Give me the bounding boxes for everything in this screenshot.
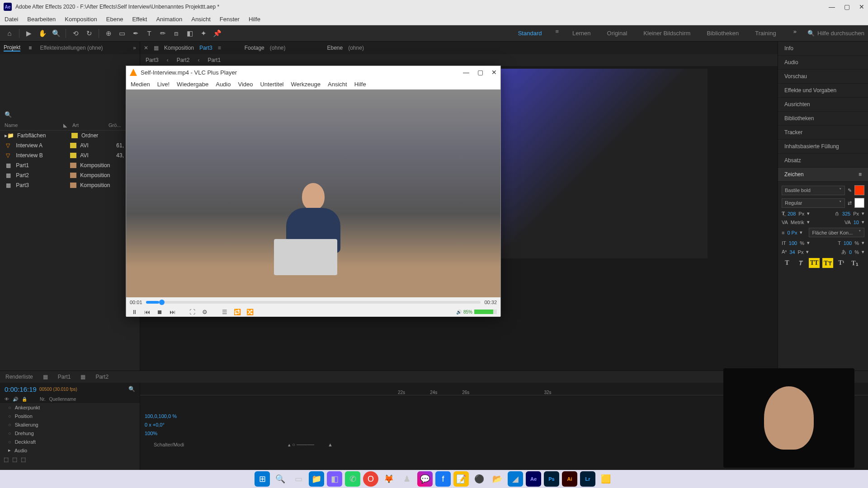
firefox-icon[interactable]: 🦊 bbox=[381, 471, 396, 487]
tracking[interactable]: 10 bbox=[854, 220, 859, 225]
hand-tool-icon[interactable]: ✋ bbox=[37, 28, 48, 39]
workspace-original[interactable]: Original bbox=[604, 28, 630, 38]
workspace-kleiner[interactable]: Kleiner Bildschirm bbox=[641, 28, 693, 38]
panel-inhaltsfuellung[interactable]: Inhaltsbasierte Füllung bbox=[778, 140, 868, 154]
vlc-fullscreen-button[interactable]: ⛶ bbox=[188, 309, 197, 315]
vlc-volume-slider[interactable] bbox=[474, 310, 497, 314]
project-item-part3[interactable]: ▦Part3Komposition bbox=[0, 180, 140, 190]
toggle-icon[interactable]: ⬚ bbox=[4, 456, 9, 463]
header-name[interactable]: Name bbox=[5, 122, 63, 128]
app-icon[interactable]: ◢ bbox=[508, 471, 523, 487]
panel-absatz[interactable]: Absatz bbox=[778, 154, 868, 168]
smallcaps-button[interactable]: Tᴛ bbox=[822, 258, 833, 268]
panel-zeichen[interactable]: Zeichen≡ bbox=[778, 168, 868, 182]
switches-label[interactable]: Schalter/Modi bbox=[154, 442, 184, 447]
leading[interactable]: 325 bbox=[842, 211, 850, 216]
photoshop-icon[interactable]: Ps bbox=[544, 471, 559, 487]
folder-icon[interactable]: 📂 bbox=[490, 471, 505, 487]
panel-tracker[interactable]: Tracker bbox=[778, 126, 868, 140]
vlc-menu-audio[interactable]: Audio bbox=[216, 81, 231, 88]
menu-icon[interactable]: ≡ bbox=[555, 28, 559, 38]
tab-part2[interactable]: Part2 bbox=[95, 374, 108, 380]
vlc-settings-button[interactable]: ⚙ bbox=[200, 309, 209, 315]
toggle-icon[interactable]: ⬚ bbox=[12, 456, 17, 463]
layer-skalierung[interactable]: ○Skalierung bbox=[0, 420, 140, 429]
taskview-button[interactable]: ▭ bbox=[291, 471, 306, 487]
vlc-stop-button[interactable]: ⏹ bbox=[155, 309, 164, 315]
bc-part1[interactable]: Part1 bbox=[208, 57, 221, 63]
start-button[interactable]: ⊞ bbox=[255, 471, 270, 487]
illustrator-icon[interactable]: Ai bbox=[562, 471, 577, 487]
vlc-menu-werkzeuge[interactable]: Werkzeuge bbox=[291, 81, 321, 88]
project-item-interview-a[interactable]: ▽Interview AAVI61, bbox=[0, 141, 140, 150]
bc-part3[interactable]: Part3 bbox=[146, 57, 159, 63]
panel-bibliotheken[interactable]: Bibliotheken bbox=[778, 112, 868, 126]
messenger-icon[interactable]: 💬 bbox=[417, 471, 433, 487]
text-tool-icon[interactable]: T bbox=[143, 28, 155, 39]
app-icon[interactable]: ♟ bbox=[399, 471, 415, 487]
zoom-tool-icon[interactable]: 🔍 bbox=[50, 28, 62, 39]
vlc-menu-untertitel[interactable]: Untertitel bbox=[260, 81, 283, 88]
brush-tool-icon[interactable]: ✏ bbox=[157, 28, 169, 39]
italic-button[interactable]: T bbox=[795, 258, 806, 268]
vlc-close-icon[interactable]: ✕ bbox=[491, 69, 497, 76]
menu-hilfe[interactable]: Hilfe bbox=[249, 16, 260, 23]
vlc-maximize-icon[interactable]: ▢ bbox=[477, 69, 483, 76]
app-icon[interactable]: O bbox=[363, 471, 378, 487]
eyedropper-icon[interactable]: ✎ bbox=[848, 188, 852, 193]
vlc-seekbar[interactable] bbox=[146, 301, 481, 304]
layer-position[interactable]: ○Position bbox=[0, 412, 140, 420]
hscale[interactable]: 100 bbox=[844, 240, 852, 246]
stamp-tool-icon[interactable]: ⧈ bbox=[170, 28, 182, 39]
font-select[interactable]: Bastile bold˅ bbox=[782, 186, 845, 195]
vlc-titlebar[interactable]: Self-Interview.mp4 - VLC Plus Player — ▢… bbox=[126, 66, 500, 79]
obs-icon[interactable]: ⚫ bbox=[472, 471, 487, 487]
panel-ausrichten[interactable]: Ausrichten bbox=[778, 98, 868, 112]
timecode[interactable]: 0:00:16:1900500 (30.010 fps) 🔍 bbox=[0, 383, 140, 395]
bold-button[interactable]: T bbox=[782, 258, 793, 268]
project-search[interactable]: 🔍 bbox=[0, 108, 140, 121]
vlc-next-button[interactable]: ⏭ bbox=[168, 309, 177, 315]
panel-audio[interactable]: Audio bbox=[778, 56, 868, 70]
anchor-tool-icon[interactable]: ⊕ bbox=[103, 28, 114, 39]
app-icon[interactable]: 🟨 bbox=[598, 471, 613, 487]
vlc-playlist-button[interactable]: ☰ bbox=[220, 309, 229, 315]
bc-part2[interactable]: Part2 bbox=[177, 57, 190, 63]
menu-effekt[interactable]: Effekt bbox=[132, 16, 147, 23]
header-label-icon[interactable]: ◣ bbox=[63, 122, 72, 128]
kerning[interactable]: Metrik bbox=[791, 220, 804, 225]
vlc-prev-button[interactable]: ⏮ bbox=[142, 309, 151, 315]
fill-option[interactable]: Fläche über Kon...˅ bbox=[809, 228, 864, 237]
rotate-tool-icon[interactable]: ↻ bbox=[83, 28, 95, 39]
project-item-part2[interactable]: ▦Part2Komposition bbox=[0, 170, 140, 180]
maximize-icon[interactable]: ▢ bbox=[844, 3, 850, 10]
panel-effekte[interactable]: Effekte und Vorgaben bbox=[778, 84, 868, 98]
style-select[interactable]: Regular˅ bbox=[782, 198, 845, 208]
notes-icon[interactable]: 📝 bbox=[453, 471, 469, 487]
eraser-tool-icon[interactable]: ◧ bbox=[184, 28, 196, 39]
explorer-icon[interactable]: 📁 bbox=[309, 471, 324, 487]
minimize-icon[interactable]: — bbox=[829, 3, 835, 10]
tab-part1[interactable]: Part1 bbox=[58, 374, 71, 380]
vlc-menu-hilfe[interactable]: Hilfe bbox=[354, 81, 366, 88]
vlc-minimize-icon[interactable]: — bbox=[463, 69, 469, 76]
header-art[interactable]: Art bbox=[72, 122, 108, 128]
pen-tool-icon[interactable]: ✒ bbox=[130, 28, 142, 39]
shape-tool-icon[interactable]: ▭ bbox=[116, 28, 128, 39]
selection-tool-icon[interactable]: ▶ bbox=[23, 28, 35, 39]
superscript-button[interactable]: T¹ bbox=[836, 258, 847, 268]
layer-ankerpunkt[interactable]: ○Ankerpunkt bbox=[0, 403, 140, 412]
tab-renderliste[interactable]: Renderliste bbox=[5, 374, 33, 380]
search-button[interactable]: 🔍 bbox=[273, 471, 288, 487]
vlc-menu-live[interactable]: Live! bbox=[157, 81, 170, 88]
menu-fenster[interactable]: Fenster bbox=[220, 16, 240, 23]
close-tab-icon[interactable]: ✕ bbox=[144, 45, 148, 51]
puppet-tool-icon[interactable]: 📌 bbox=[211, 28, 223, 39]
facebook-icon[interactable]: f bbox=[435, 471, 451, 487]
vlc-shuffle-button[interactable]: 🔀 bbox=[245, 309, 255, 315]
allcaps-button[interactable]: TT bbox=[809, 258, 820, 268]
stroke-width[interactable]: 0 Px bbox=[787, 230, 797, 235]
workspace-lernen[interactable]: Lernen bbox=[570, 28, 593, 38]
vlc-loop-button[interactable]: 🔁 bbox=[233, 309, 242, 315]
layer-deckkraft[interactable]: ○Deckkraft bbox=[0, 437, 140, 446]
